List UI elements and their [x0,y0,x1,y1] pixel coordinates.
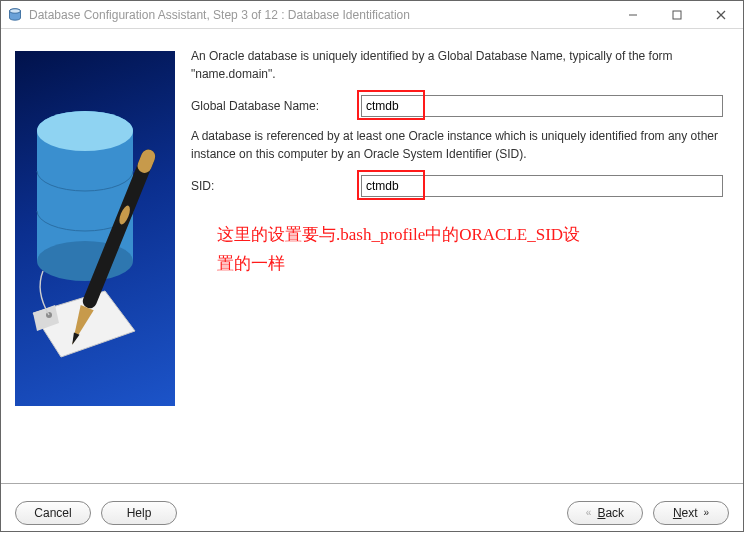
global-db-label: Global Database Name: [191,99,361,113]
form-area: An Oracle database is uniquely identifie… [191,43,729,469]
back-button-label: Back [597,506,624,520]
maximize-button[interactable] [655,1,699,29]
app-icon [7,7,23,23]
global-db-name-input[interactable] [361,95,723,117]
help-button[interactable]: Help [101,501,177,525]
svg-rect-3 [673,11,681,19]
sid-description: A database is referenced by at least one… [191,127,723,163]
intro-text: An Oracle database is uniquely identifie… [191,47,723,83]
chevron-right-icon: » [704,507,710,518]
next-button-label: Next [673,506,698,520]
close-button[interactable] [699,1,743,29]
sid-label: SID: [191,179,361,193]
back-button[interactable]: « Back [567,501,643,525]
svg-point-9 [37,111,133,151]
global-db-row: Global Database Name: [191,95,723,117]
wizard-button-bar: Cancel Help « Back Next » [1,483,743,531]
chevron-left-icon: « [586,507,592,518]
cancel-button-label: Cancel [34,506,71,520]
titlebar: Database Configuration Assistant, Step 3… [1,1,743,29]
window-title: Database Configuration Assistant, Step 3… [29,8,611,22]
minimize-button[interactable] [611,1,655,29]
sid-input[interactable] [361,175,723,197]
next-button[interactable]: Next » [653,501,729,525]
sid-row: SID: [191,175,723,197]
cancel-button[interactable]: Cancel [15,501,91,525]
wizard-illustration [15,51,175,406]
main-panel: An Oracle database is uniquely identifie… [1,29,743,483]
chinese-annotation: 这里的设置要与.bash_profile中的ORACLE_SID设置的一样 [217,221,597,279]
help-button-label: Help [127,506,152,520]
svg-point-1 [10,8,21,12]
window-root: Database Configuration Assistant, Step 3… [0,0,744,532]
